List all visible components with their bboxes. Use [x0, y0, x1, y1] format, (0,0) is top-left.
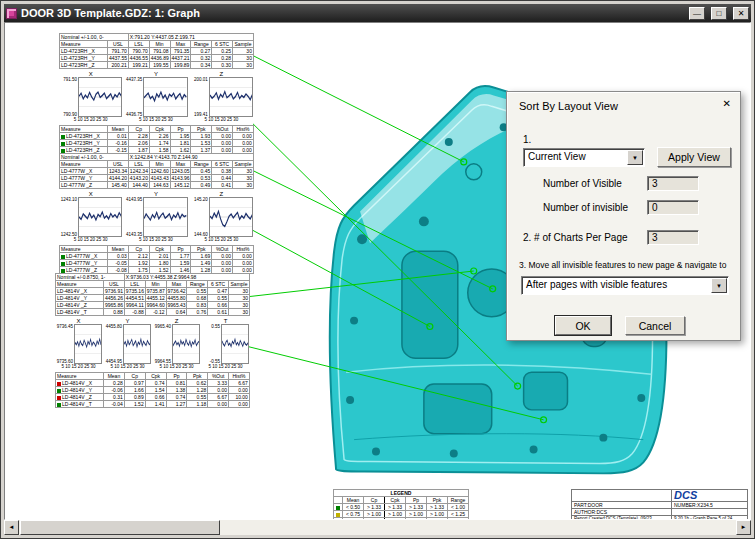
chart-plot-area — [221, 324, 249, 364]
horizontal-scrollbar[interactable]: ◄ ► — [4, 520, 751, 535]
measure-value: 791.35 — [170, 48, 191, 55]
legend-status-cell — [334, 511, 343, 518]
perf-value: -0.04 — [104, 401, 125, 408]
perf-value: 1.54 — [145, 387, 166, 394]
navigate-dropdown-value: After pages with visible features — [526, 279, 667, 290]
column-header: Min — [145, 281, 166, 288]
perf-value: 1.27 — [166, 401, 187, 408]
perf-value: 0.00 — [233, 260, 254, 267]
legend-value: > 1.00 — [385, 511, 406, 518]
chevron-down-icon[interactable]: ▼ — [627, 150, 643, 165]
measure-value: 0.27 — [191, 48, 212, 55]
mini-run-chart: Y4143.954143.355 10 15 20 25 30 — [124, 191, 187, 243]
column-header: Pp — [170, 246, 191, 253]
performance-table: MeasureMeanCpCpkPpPpk%OutHist%LD-4814V _… — [55, 372, 250, 408]
measure-value: 9735.16 — [124, 288, 145, 295]
measure-value: 0.28 — [212, 55, 233, 62]
column-header: LSL — [128, 161, 149, 168]
navigate-dropdown[interactable]: After pages with visible features ▼ — [521, 276, 729, 295]
column-header: Hist% — [233, 126, 254, 133]
scroll-left-arrow-icon[interactable]: ◄ — [4, 520, 19, 535]
perf-value: 0.89 — [124, 394, 145, 401]
measure-value: 0.55 — [187, 288, 208, 295]
column-header: Mean — [108, 246, 129, 253]
perf-value: 1.18 — [187, 401, 208, 408]
measure-value: 0.66 — [208, 302, 229, 309]
perf-value: 1.77 — [170, 253, 191, 260]
mini-charts-row: X791.50790.905 10 15 20 25 30Y4437.35443… — [59, 71, 253, 123]
titleblock-empty-cell-2 — [672, 509, 748, 516]
chart-x-ticks: 5 10 15 20 25 30 — [55, 364, 102, 370]
titleblock-empty-cell — [572, 490, 672, 502]
apply-view-button[interactable]: Apply View — [657, 147, 731, 167]
app-icon — [6, 8, 17, 19]
measure-value: 199.89 — [170, 62, 191, 69]
chart-x-ticks: 5 10 15 20 25 30 — [190, 237, 253, 243]
legend-value: > 1.33 — [385, 504, 406, 511]
status-square-icon — [336, 513, 340, 517]
scrollbar-thumb[interactable] — [20, 520, 220, 535]
feature-name: LD-4814V _X — [56, 380, 104, 387]
measure-value: 0.44 — [212, 175, 233, 182]
legend-value: < 0.50 — [343, 504, 364, 511]
perf-value: 0.00 — [233, 253, 254, 260]
perf-value: 1.28 — [187, 387, 208, 394]
view-dropdown[interactable]: Current View ▼ — [523, 148, 645, 167]
legend-column-header: Pp — [406, 497, 427, 504]
restore-button[interactable]: □ — [711, 7, 727, 20]
feature-name: LD-4723RH _X — [60, 48, 108, 55]
feature-name: LD-4777W _X — [60, 253, 108, 260]
column-header: %Out — [212, 126, 233, 133]
measure-value: 790.70 — [128, 48, 149, 55]
measure-value: 0.53 — [191, 175, 212, 182]
column-header: USL — [108, 41, 129, 48]
feature-name: LD-4814V _Z — [56, 302, 104, 309]
mini-run-chart: Y4437.354436.755 10 15 20 25 30 — [124, 71, 187, 123]
chart-x-ticks: 5 10 15 20 25 30 — [104, 364, 151, 370]
measure-value: 0.41 — [212, 182, 233, 189]
measure-value: 30 — [229, 309, 250, 316]
legend-value: > 1.33 — [427, 504, 448, 511]
column-header: Sample — [229, 281, 250, 288]
measure-value: 145.40 — [108, 182, 129, 189]
perf-value: 0.74 — [145, 380, 166, 387]
scroll-right-arrow-icon[interactable]: ► — [736, 520, 751, 535]
perf-value: 1.49 — [191, 260, 212, 267]
status-square-icon — [336, 506, 340, 510]
measure-value: 30 — [233, 48, 254, 55]
ok-button[interactable]: OK — [555, 316, 611, 335]
column-header: Cpk — [149, 246, 170, 253]
cancel-button[interactable]: Cancel — [625, 316, 685, 335]
chevron-down-icon[interactable]: ▼ — [711, 278, 727, 293]
perf-value: 2.06 — [128, 140, 149, 147]
column-header: Hist% — [229, 373, 250, 380]
perf-value: 1.95 — [170, 133, 191, 140]
step1-label: 1. — [523, 134, 531, 145]
measure-value: 145.12 — [170, 182, 191, 189]
chart-x-ticks: 5 10 15 20 25 30 — [59, 117, 122, 123]
nominal-note: X:9736.03 Y:4455.38 Z:9964.98 — [124, 274, 249, 281]
perf-value: 0.00 — [212, 253, 233, 260]
perf-value: 0.31 — [104, 394, 125, 401]
status-square-icon — [61, 135, 65, 139]
measure-value: 9735.87 — [145, 288, 166, 295]
perf-value: 0.81 — [166, 380, 187, 387]
minimize-button[interactable]: — — [689, 7, 705, 20]
measure-value: 0.83 — [187, 302, 208, 309]
chart-plot-area — [143, 77, 187, 117]
measure-value: 4455.12 — [145, 295, 166, 302]
chart-x-ticks: 5 10 15 20 25 30 — [124, 117, 187, 123]
measure-value: 30 — [233, 62, 254, 69]
mini-run-chart: X1243.101242.505 10 15 20 25 30 — [59, 191, 122, 243]
measure-value: 0.61 — [208, 309, 229, 316]
title-bar: DOOR 3D Template.GDZ: 1: Graph — □ ✕ — [4, 4, 751, 22]
perf-value: 0.00 — [208, 401, 229, 408]
measure-value: 4143.96 — [170, 175, 191, 182]
perf-value: 0.74 — [166, 394, 187, 401]
column-header: %Out — [212, 246, 233, 253]
dialog-close-icon[interactable]: ✕ — [723, 98, 731, 109]
author-label: AUTHOR:DCS — [572, 509, 672, 516]
measure-value: 1243.05 — [170, 168, 191, 175]
measure-value: 9736.91 — [104, 288, 125, 295]
close-button[interactable]: ✕ — [733, 7, 749, 20]
